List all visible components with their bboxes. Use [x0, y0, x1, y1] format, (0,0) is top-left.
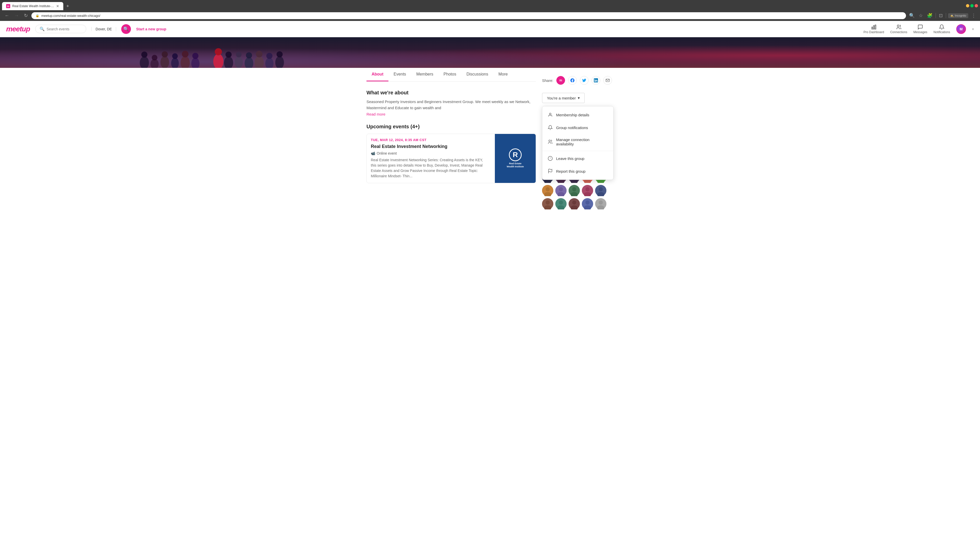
manage-connection-label: Manage connection availability	[556, 138, 608, 146]
upcoming-title: Upcoming events (4+)	[366, 124, 420, 130]
messages-nav[interactable]: Messages	[913, 24, 928, 34]
svg-point-24	[246, 52, 252, 59]
address-bar[interactable]: 🔒 meetup.com/real-estate-wealth-chicago/	[32, 12, 906, 19]
minimize-btn[interactable]	[966, 4, 969, 7]
leave-group-icon	[547, 156, 553, 161]
tab-more[interactable]: More	[493, 68, 513, 81]
report-group-item[interactable]: Report this group	[542, 165, 613, 178]
member-button[interactable]: You're a member ▾	[542, 93, 585, 103]
member-avatar-7[interactable]	[555, 185, 566, 196]
share-twitter-btn[interactable]	[580, 76, 589, 85]
svg-point-81	[599, 200, 603, 205]
svg-point-66	[599, 187, 603, 191]
main-column: About Events Members Photos Discussions …	[366, 68, 536, 213]
tab-discussions[interactable]: Discussions	[461, 68, 493, 81]
location-display[interactable]: Dover, DE	[91, 27, 116, 31]
svg-point-26	[256, 51, 262, 57]
logo-r: R	[509, 148, 522, 161]
back-button[interactable]: ←	[3, 12, 11, 19]
incognito-label: Incognito	[955, 14, 966, 17]
svg-point-69	[546, 200, 550, 205]
new-tab-button[interactable]: +	[64, 3, 71, 10]
svg-point-9	[161, 56, 169, 68]
member-avatar-6[interactable]	[542, 185, 553, 196]
svg-point-8	[152, 55, 158, 60]
connections-nav[interactable]: Connections	[890, 24, 907, 34]
active-tab[interactable]: m Real Estate Wealth Institute- Ch... ✕	[2, 2, 63, 10]
member-avatar-8[interactable]	[569, 185, 580, 196]
about-title: What we're about	[366, 90, 536, 96]
membership-details-label: Membership details	[556, 113, 589, 117]
member-avatar-12[interactable]	[555, 198, 566, 210]
leave-group-item[interactable]: Leave this group	[542, 152, 613, 165]
browser-tabs: m Real Estate Wealth Institute- Ch... ✕ …	[0, 0, 980, 10]
rei-logo: R Real EstateWealth Institute	[507, 148, 524, 168]
pro-dashboard-nav[interactable]: Pro Dashboard	[863, 24, 884, 34]
browser-toolbar: ← → ↻ 🔒 meetup.com/real-estate-wealth-ch…	[0, 10, 980, 21]
extensions-btn[interactable]: 🧩	[926, 12, 934, 19]
location-text: Online event	[377, 151, 397, 156]
member-avatar-14[interactable]	[582, 198, 593, 210]
member-avatar-15[interactable]	[595, 198, 606, 210]
toolbar-icons: 🔍 ☆ 🧩 ⊡ 🕵️ Incognito ⋮	[908, 12, 977, 19]
tab-photos[interactable]: Photos	[438, 68, 461, 81]
share-linkedin-btn[interactable]	[592, 76, 600, 85]
split-view-btn[interactable]: ⊡	[938, 12, 944, 19]
member-avatar-13[interactable]	[569, 198, 580, 210]
member-avatar-11[interactable]	[542, 198, 553, 210]
notifications-nav[interactable]: Notifications	[934, 24, 950, 34]
search-icon: 🔍	[40, 27, 45, 32]
membership-details-item[interactable]: Membership details	[542, 108, 613, 121]
member-avatar-9[interactable]	[582, 185, 593, 196]
svg-point-33	[549, 140, 550, 142]
start-group-link[interactable]: Start a new group	[136, 27, 166, 31]
event-title: Real Estate Investment Networking	[371, 144, 487, 149]
tab-events[interactable]: Events	[388, 68, 411, 81]
share-email-btn[interactable]	[603, 76, 612, 85]
tab-close-btn[interactable]: ✕	[56, 4, 59, 8]
menu-btn[interactable]: ⋮	[970, 12, 977, 19]
url-text: meetup.com/real-estate-wealth-chicago/	[41, 14, 902, 17]
share-meetup-btn[interactable]: m	[556, 76, 565, 85]
read-more-link[interactable]: Read more	[366, 112, 385, 116]
toolbar-divider2	[946, 13, 946, 18]
refresh-button[interactable]: ↻	[22, 12, 29, 19]
svg-point-18	[215, 48, 222, 56]
bookmark-btn[interactable]: ☆	[918, 12, 924, 19]
event-card[interactable]: TUE, MAR 12, 2024, 8:35 AM CST Real Esta…	[366, 134, 536, 183]
search-bar[interactable]: 🔍	[35, 25, 86, 33]
search-input[interactable]	[47, 27, 80, 31]
svg-point-16	[192, 53, 199, 59]
svg-point-60	[572, 187, 576, 191]
restore-btn[interactable]	[970, 4, 974, 7]
event-image: R Real EstateWealth Institute	[495, 134, 536, 183]
group-notifications-label: Group notifications	[556, 125, 588, 130]
forward-button[interactable]: →	[13, 12, 21, 19]
member-avatar-10[interactable]	[595, 185, 606, 196]
tab-members[interactable]: Members	[411, 68, 438, 81]
event-image-placeholder: R Real EstateWealth Institute	[495, 134, 536, 183]
svg-point-57	[559, 187, 563, 191]
close-btn[interactable]	[975, 4, 978, 7]
group-notifications-item[interactable]: Group notifications	[542, 121, 613, 134]
person-icon	[547, 112, 553, 118]
search-toolbar-btn[interactable]: 🔍	[908, 12, 916, 19]
tab-about[interactable]: About	[366, 68, 388, 81]
search-submit-btn[interactable]: 🔍	[121, 24, 131, 34]
svg-point-10	[162, 51, 168, 57]
meetup-header: meetup 🔍 Dover, DE 🔍 Start a new group P…	[0, 21, 980, 37]
meetup-logo[interactable]: meetup	[6, 25, 30, 33]
member-chevron-icon: ▾	[578, 96, 580, 100]
secure-icon: 🔒	[35, 14, 39, 17]
notifications-label: Notifications	[934, 30, 950, 34]
svg-point-3	[897, 25, 899, 27]
avatar-chevron[interactable]: ▾	[972, 27, 974, 31]
about-section: What we're about Seasoned Property Inves…	[366, 82, 536, 117]
logo-text: Real EstateWealth Institute	[507, 162, 524, 168]
user-avatar-btn[interactable]: M	[956, 24, 966, 34]
svg-point-32	[549, 113, 551, 115]
member-btn-label: You're a member	[547, 96, 576, 100]
share-facebook-btn[interactable]	[568, 76, 577, 85]
member-dropdown: Membership details Group notifications M…	[542, 106, 614, 180]
manage-connection-item[interactable]: Manage connection availability	[542, 134, 613, 150]
